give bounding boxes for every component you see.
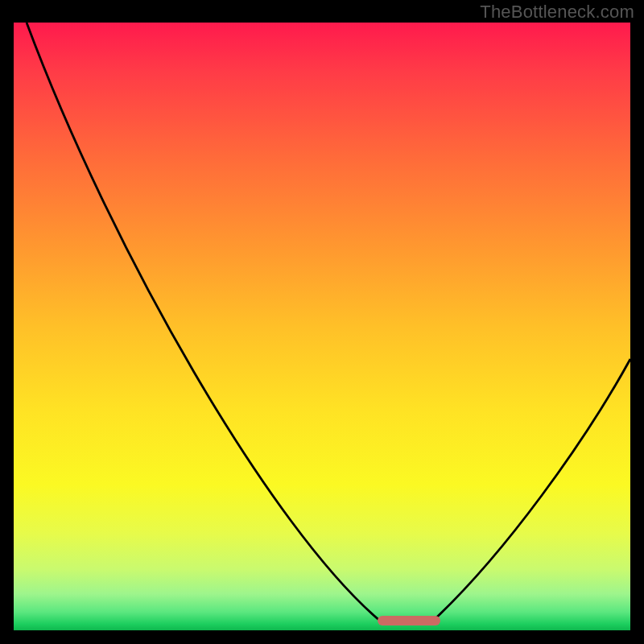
optimal-range-marker bbox=[378, 616, 440, 625]
curve-layer bbox=[14, 23, 630, 630]
plot-area bbox=[14, 23, 630, 630]
chart-frame: TheBottleneck.com bbox=[0, 0, 644, 644]
bottleneck-curve bbox=[27, 23, 630, 621]
watermark-text: TheBottleneck.com bbox=[480, 2, 634, 23]
